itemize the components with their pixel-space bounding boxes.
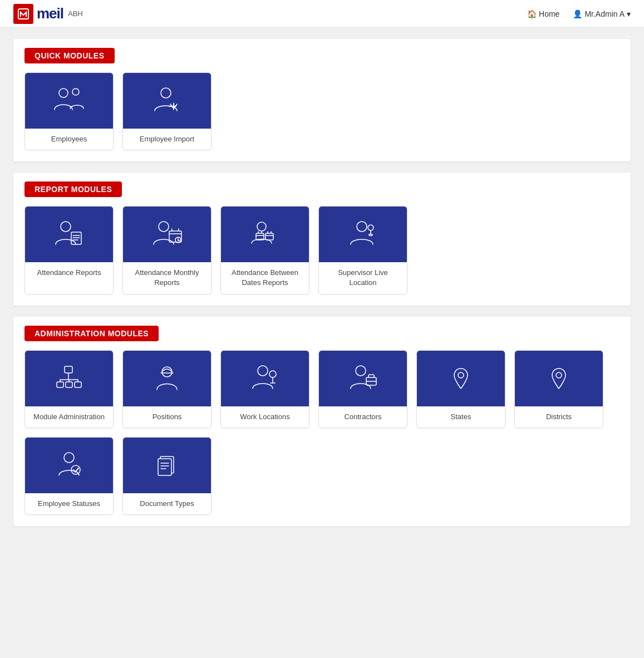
admin-modules-section: ADMINISTRATION MODULES — [13, 317, 631, 526]
employee-statuses-icon-bg — [25, 438, 113, 493]
svg-point-5 — [61, 222, 71, 232]
svg-rect-33 — [75, 382, 81, 387]
svg-point-10 — [159, 222, 169, 232]
card-module-admin[interactable]: Module Administration — [24, 350, 114, 428]
logo-icon — [13, 4, 33, 24]
module-admin-label: Module Administration — [29, 406, 109, 428]
document-types-label: Document Types — [135, 493, 198, 514]
card-document-types[interactable]: Document Types — [122, 437, 212, 515]
supervisor-live-svg — [345, 217, 381, 252]
user-icon: 👤 — [573, 9, 582, 18]
card-positions[interactable]: Positions — [122, 350, 212, 428]
supervisor-live-label: Supervisor Live Location — [319, 262, 407, 293]
card-states[interactable]: States — [416, 350, 505, 428]
svg-rect-23 — [266, 233, 273, 240]
svg-rect-32 — [66, 382, 72, 387]
quick-modules-cards: Employees Employee Import — [24, 72, 620, 150]
main-content: QUICK MODULES Employees — [0, 28, 644, 548]
positions-label: Positions — [148, 406, 186, 428]
work-locations-label: Work Locations — [235, 406, 294, 428]
module-admin-svg — [51, 361, 87, 396]
attendance-reports-icon-bg — [25, 207, 113, 262]
admin-modules-cards-row2: Employee Statuses Document Types — [24, 437, 620, 515]
attendance-between-icon-bg — [221, 207, 309, 262]
work-locations-svg — [247, 361, 283, 396]
contractors-label: Contractors — [340, 406, 386, 428]
districts-svg — [541, 361, 577, 396]
svg-rect-31 — [57, 382, 63, 387]
attendance-between-label: Attendance Between Dates Reports — [221, 262, 309, 293]
districts-icon-bg — [515, 351, 603, 406]
svg-point-18 — [257, 222, 266, 231]
svg-point-2 — [72, 89, 79, 95]
admin-modules-header: ADMINISTRATION MODULES — [24, 326, 620, 341]
svg-point-27 — [357, 222, 367, 232]
chevron-down-icon: ▾ — [627, 9, 631, 18]
attendance-reports-label: Attendance Reports — [33, 262, 106, 283]
attendance-monthly-icon-bg — [123, 207, 211, 262]
contractors-svg — [345, 361, 381, 396]
card-employees[interactable]: Employees — [24, 72, 114, 150]
svg-point-28 — [368, 225, 373, 230]
logo: meil ABH — [13, 4, 83, 24]
admin-modules-label: ADMINISTRATION MODULES — [24, 326, 159, 341]
employees-label: Employees — [47, 129, 91, 150]
card-work-locations[interactable]: Work Locations — [220, 350, 309, 428]
card-supervisor-live[interactable]: Supervisor Live Location — [318, 206, 407, 294]
admin-modules-cards: Module Administration Positions — [24, 350, 620, 428]
report-modules-section: REPORT MODULES Attendance Reports — [13, 173, 631, 305]
svg-rect-51 — [158, 459, 171, 475]
svg-rect-0 — [18, 9, 28, 19]
svg-point-3 — [161, 88, 171, 98]
employee-import-label: Employee Import — [135, 129, 199, 150]
svg-rect-30 — [65, 366, 72, 373]
svg-point-42 — [269, 371, 276, 377]
employee-statuses-label: Employee Statuses — [33, 493, 105, 514]
home-icon: 🏠 — [527, 9, 537, 18]
module-admin-icon-bg — [25, 351, 113, 406]
card-employee-import[interactable]: Employee Import — [122, 72, 212, 150]
employees-icon-bg — [25, 73, 113, 129]
logo-text: meil — [37, 5, 63, 22]
svg-point-47 — [556, 372, 562, 378]
header-nav: 🏠 Home 👤 Mr.Admin A ▾ — [527, 9, 631, 18]
states-icon-bg — [417, 351, 505, 406]
attendance-monthly-svg — [149, 217, 185, 252]
report-modules-header: REPORT MODULES — [24, 181, 620, 197]
svg-point-39 — [162, 367, 172, 377]
home-link[interactable]: 🏠 Home — [527, 9, 559, 18]
svg-point-29 — [369, 234, 372, 236]
positions-icon-bg — [123, 351, 211, 406]
svg-point-1 — [59, 89, 68, 97]
logo-sub: ABH — [68, 9, 83, 18]
document-types-icon-bg — [123, 438, 211, 493]
card-employee-statuses[interactable]: Employee Statuses — [24, 437, 114, 515]
attendance-between-svg — [247, 217, 283, 252]
card-attendance-between[interactable]: Attendance Between Dates Reports — [220, 206, 309, 294]
report-modules-label: REPORT MODULES — [24, 181, 122, 197]
card-contractors[interactable]: Contractors — [318, 350, 407, 428]
employee-import-icon-bg — [123, 73, 211, 129]
positions-svg — [149, 361, 185, 396]
user-menu[interactable]: 👤 Mr.Admin A ▾ — [573, 9, 631, 18]
document-types-svg — [149, 448, 185, 483]
attendance-monthly-label: Attendance Monthly Reports — [123, 262, 211, 293]
card-attendance-monthly[interactable]: Attendance Monthly Reports — [122, 206, 212, 294]
card-attendance-reports[interactable]: Attendance Reports — [24, 206, 114, 294]
app-header: meil ABH 🏠 Home 👤 Mr.Admin A ▾ — [0, 0, 644, 28]
svg-point-43 — [356, 366, 366, 376]
quick-modules-section: QUICK MODULES Employees — [13, 39, 631, 161]
employee-import-svg — [149, 83, 185, 119]
svg-point-46 — [458, 372, 464, 378]
states-label: States — [446, 406, 476, 428]
supervisor-live-icon-bg — [319, 207, 407, 262]
states-svg — [443, 361, 479, 396]
svg-point-48 — [64, 453, 74, 463]
quick-modules-header: QUICK MODULES — [24, 48, 620, 63]
employee-statuses-svg — [51, 448, 87, 483]
svg-rect-6 — [71, 232, 81, 244]
employees-svg — [51, 83, 87, 119]
quick-modules-label: QUICK MODULES — [24, 48, 115, 63]
card-districts[interactable]: Districts — [514, 350, 603, 428]
svg-point-41 — [258, 366, 268, 376]
